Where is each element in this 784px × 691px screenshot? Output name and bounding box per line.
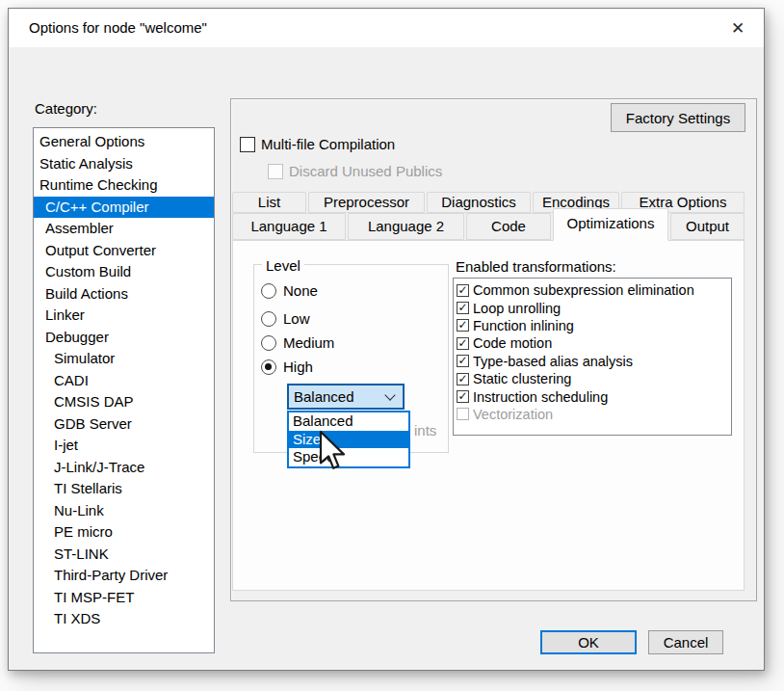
category-label: Category: (35, 100, 97, 117)
tab-optimizations[interactable]: Optimizations (553, 208, 668, 241)
transformation-label: Vectorization (473, 407, 553, 422)
category-item-output-converter[interactable]: Output Converter (34, 240, 214, 262)
strategy-combobox-value: Balanced (294, 388, 354, 405)
level-group-label: Level (262, 257, 304, 274)
tab-row-front: Language 1 Language 2 Code Optimizations… (232, 213, 745, 240)
strategy-option-size[interactable]: Size (289, 431, 408, 449)
category-item-assembler[interactable]: Assembler (34, 218, 214, 240)
close-icon[interactable]: ✕ (721, 9, 754, 47)
title-bar: Options for node "welcome" ✕ (9, 9, 764, 47)
tab-preprocessor[interactable]: Preprocessor (308, 192, 425, 213)
options-dialog: Options for node "welcome" ✕ Category: G… (8, 8, 765, 671)
category-item-cadi[interactable]: CADI (34, 370, 214, 392)
instruction-scheduling-checkbox[interactable]: ✓ (457, 390, 469, 403)
level-medium-label: Medium (283, 334, 334, 351)
category-item-debugger[interactable]: Debugger (34, 327, 214, 349)
check-icon: ✓ (457, 355, 467, 367)
ok-button[interactable]: OK (540, 630, 637, 654)
category-item-ti-msp-fet[interactable]: TI MSP-FET (34, 587, 214, 609)
strategy-option-balanced[interactable]: Balanced (289, 412, 408, 431)
category-item-general-options[interactable]: General Options (34, 131, 214, 153)
level-high-radio[interactable] (261, 359, 276, 375)
level-high-label: High (283, 359, 313, 375)
check-icon: ✓ (457, 302, 467, 314)
category-item-simulator[interactable]: Simulator (34, 348, 214, 370)
level-none-label: None (283, 282, 318, 299)
transformation-label: Instruction scheduling (473, 389, 608, 405)
window-title: Options for node "welcome" (29, 9, 207, 47)
tab-language-1[interactable]: Language 1 (232, 213, 346, 240)
category-list: General Options Static Analysis Runtime … (33, 127, 215, 653)
check-icon: ✓ (457, 373, 467, 385)
category-item-build-actions[interactable]: Build Actions (34, 283, 214, 306)
function-inlining-checkbox[interactable]: ✓ (457, 319, 469, 332)
discard-unused-publics-checkbox (268, 164, 283, 179)
strategy-option-speed[interactable]: Speed (289, 448, 408, 466)
radio-row-high: High (261, 359, 313, 375)
category-item-j-link-j-trace[interactable]: J-Link/J-Trace (34, 457, 214, 479)
chevron-down-icon (384, 389, 395, 400)
transformation-row: ✓ Static clustering (454, 370, 731, 387)
discard-unused-publics-row: Discard Unused Publics (268, 163, 442, 179)
radio-row-low: Low (261, 310, 310, 327)
strategy-combobox[interactable]: Balanced (287, 384, 405, 410)
category-item-linker[interactable]: Linker (34, 305, 214, 327)
tab-output[interactable]: Output (670, 213, 745, 240)
transformation-label: Function inlining (473, 318, 574, 333)
check-icon: ✓ (457, 319, 467, 332)
level-none-radio[interactable] (261, 283, 276, 299)
category-item-static-analysis[interactable]: Static Analysis (34, 153, 214, 175)
category-item-nu-link[interactable]: Nu-Link (34, 500, 214, 522)
transformation-row: Vectorization (454, 406, 731, 423)
category-item-cmsis-dap[interactable]: CMSIS DAP (34, 391, 214, 413)
factory-settings-button[interactable]: Factory Settings (611, 103, 745, 132)
type-based-alias-analysis-checkbox[interactable]: ✓ (457, 355, 469, 367)
enabled-transformations-list: ✓ Common subexpression elimination ✓ Loo… (453, 278, 732, 436)
check-icon: ✓ (457, 284, 467, 297)
obscured-label-fragment: ints (414, 422, 436, 439)
multi-file-compilation-checkbox[interactable] (240, 137, 255, 152)
category-item-custom-build[interactable]: Custom Build (34, 261, 214, 283)
transformation-row: ✓ Loop unrolling (454, 299, 731, 316)
transformation-row: ✓ Function inlining (454, 317, 731, 334)
tab-language-2[interactable]: Language 2 (348, 213, 464, 240)
tab-list[interactable]: List (232, 192, 306, 213)
vectorization-checkbox (457, 408, 469, 420)
discard-unused-publics-label: Discard Unused Publics (289, 163, 442, 179)
level-low-radio[interactable] (261, 311, 276, 327)
tab-diagnostics[interactable]: Diagnostics (427, 192, 531, 213)
radio-row-medium: Medium (261, 334, 334, 351)
transformation-label: Code motion (473, 335, 552, 351)
category-item-ti-xds[interactable]: TI XDS (34, 608, 214, 630)
transformation-row: ✓ Code motion (454, 334, 731, 352)
category-item-runtime-checking[interactable]: Runtime Checking (34, 174, 214, 197)
enabled-transformations-label: Enabled transformations: (456, 258, 616, 275)
multi-file-compilation-row: Multi-file Compilation (240, 136, 395, 152)
transformation-row: ✓ Common subexpression elimination (454, 281, 731, 299)
radio-row-none: None (261, 282, 318, 299)
category-item-pe-micro[interactable]: PE micro (34, 521, 214, 544)
loop-unrolling-checkbox[interactable]: ✓ (457, 302, 469, 314)
category-item-st-link[interactable]: ST-LINK (34, 544, 214, 566)
category-item-third-party-driver[interactable]: Third-Party Driver (34, 565, 214, 587)
multi-file-compilation-label: Multi-file Compilation (261, 136, 395, 152)
strategy-dropdown-list: Balanced Size Speed (287, 411, 410, 468)
category-item-gdb-server[interactable]: GDB Server (34, 413, 214, 436)
tab-code[interactable]: Code (466, 213, 551, 240)
category-item-c-cpp-compiler[interactable]: C/C++ Compiler (34, 197, 214, 219)
check-icon: ✓ (457, 390, 467, 403)
category-item-ti-stellaris[interactable]: TI Stellaris (34, 478, 214, 500)
level-low-label: Low (283, 310, 310, 327)
check-icon: ✓ (457, 337, 467, 350)
static-clustering-checkbox[interactable]: ✓ (457, 373, 469, 385)
transformation-label: Common subexpression elimination (473, 282, 694, 298)
transformation-label: Static clustering (473, 371, 571, 386)
common-subexpression-elimination-checkbox[interactable]: ✓ (457, 284, 469, 297)
code-motion-checkbox[interactable]: ✓ (457, 337, 469, 350)
cancel-button[interactable]: Cancel (648, 630, 723, 654)
level-medium-radio[interactable] (261, 335, 276, 351)
transformation-row: ✓ Type-based alias analysis (454, 353, 731, 370)
category-item-i-jet[interactable]: I-jet (34, 435, 214, 457)
transformation-row: ✓ Instruction scheduling (454, 387, 731, 405)
transformation-label: Loop unrolling (473, 301, 561, 316)
